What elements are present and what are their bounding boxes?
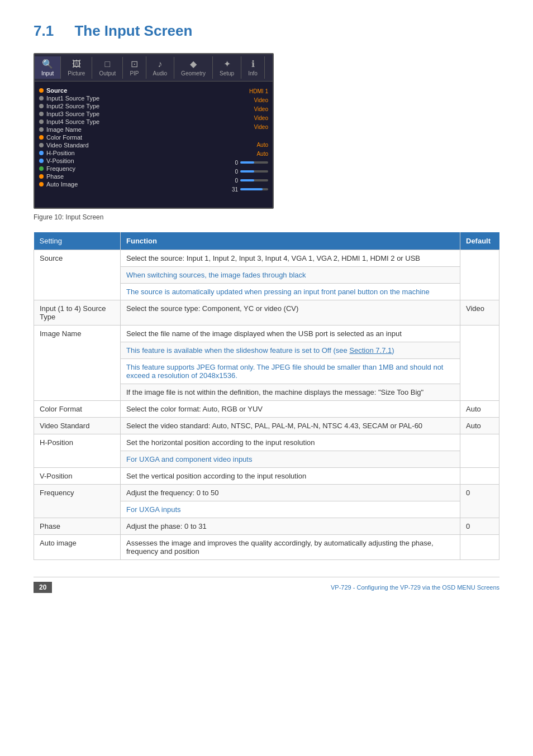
- function-text: Select the video standard: Auto, NTSC, P…: [121, 418, 460, 434]
- function-text: For UXGA and component video inputs: [121, 451, 460, 468]
- setting-name: Frequency: [34, 485, 121, 518]
- setting-name: Input (1 to 4) Source Type: [34, 300, 121, 326]
- osd-value-row-12: .: [220, 194, 268, 202]
- slider-fill: [240, 179, 254, 181]
- osd-value-row-2: Video: [220, 105, 268, 113]
- slider-bar: [240, 161, 268, 164]
- table-row: Image NameSelect the file name of the im…: [34, 326, 499, 342]
- slider-fill: [240, 161, 254, 164]
- osd-topbar: 🔍Input🖼Picture□Output⊡PIP♪Audio◆Geometry…: [35, 54, 273, 82]
- section-number: 7.1: [34, 22, 54, 39]
- osd-tab-geometry[interactable]: ◆Geometry: [174, 56, 213, 79]
- osd-tab-output[interactable]: □Output: [92, 57, 123, 79]
- slider-bar: [240, 179, 268, 181]
- setting-name: Auto image: [34, 535, 121, 560]
- tab-label: Input: [41, 70, 54, 76]
- tab-label: Audio: [153, 70, 168, 76]
- default-value: 0: [460, 518, 499, 535]
- osd-menu-item-1: Input1 Source Type: [39, 95, 218, 102]
- osd-tab-setup[interactable]: ✦Setup: [213, 56, 241, 79]
- osd-menu-item-4: Input4 Source Type: [39, 118, 218, 125]
- default-value: [460, 434, 499, 468]
- slider-fill: [240, 188, 263, 190]
- tab-label: Geometry: [181, 70, 206, 76]
- menu-item-label: Input3 Source Type: [46, 111, 99, 117]
- menu-item-label: Input2 Source Type: [46, 103, 99, 109]
- osd-tab-audio[interactable]: ♪Audio: [146, 57, 175, 79]
- menu-dot: [39, 88, 44, 93]
- setting-name: Image Name: [34, 326, 121, 401]
- menu-dot: [39, 127, 44, 132]
- menu-dot: [39, 159, 44, 163]
- osd-menu-item-5: Image Name: [39, 126, 218, 133]
- osd-menu-item-11: Phase: [39, 173, 218, 180]
- tab-icon: □: [105, 59, 111, 69]
- function-text: For UXGA inputs: [121, 501, 460, 518]
- menu-dot: [39, 182, 44, 186]
- osd-menu-item-10: Frequency: [39, 165, 218, 172]
- slider-bar: [240, 188, 268, 190]
- default-value: [460, 326, 499, 401]
- default-value: Auto: [460, 401, 499, 418]
- setting-name: Color Format: [34, 401, 121, 418]
- footer-page-number: 20: [34, 582, 52, 593]
- footer: 20 VP-729 - Configuring the VP-729 via t…: [34, 577, 499, 593]
- slider-fill: [240, 170, 254, 173]
- section-name: The Input Screen: [74, 22, 192, 39]
- col-header-default: Default: [460, 232, 499, 250]
- footer-description: VP-729 - Configuring the VP-729 via the …: [331, 584, 499, 591]
- col-header-setting: Setting: [34, 232, 121, 250]
- osd-body: SourceInput1 Source TypeInput2 Source Ty…: [35, 82, 273, 208]
- table-row: Auto imageAssesses the image and improve…: [34, 535, 499, 560]
- table-header-row: Setting Function Default: [34, 232, 499, 250]
- osd-tab-input[interactable]: 🔍Input: [35, 56, 61, 79]
- menu-dot: [39, 104, 44, 108]
- table-row: H-PositionSet the horizontal position ac…: [34, 434, 499, 451]
- setting-name: Phase: [34, 518, 121, 535]
- menu-item-label: Image Name: [46, 126, 82, 133]
- table-row: SourceSelect the source: Input 1, Input …: [34, 250, 499, 267]
- setting-value: Video: [254, 106, 268, 112]
- table-row: PhaseAdjust the phase: 0 to 310: [34, 518, 499, 535]
- menu-item-label: Color Format: [46, 134, 82, 141]
- default-value: [460, 535, 499, 560]
- tab-icon: ♪: [158, 59, 162, 69]
- osd-menu-item-6: Color Format: [39, 134, 218, 141]
- osd-value-row-3: Video: [220, 114, 268, 122]
- osd-tab-info[interactable]: ℹInfo: [241, 56, 265, 79]
- menu-dot: [39, 135, 44, 140]
- tab-label: Setup: [220, 70, 234, 76]
- menu-dot: [39, 119, 44, 124]
- osd-menu-item-9: V-Position: [39, 157, 218, 164]
- setting-value: Video: [254, 97, 268, 103]
- osd-value-row-5: .: [220, 132, 268, 140]
- section-title: 7.1 The Input Screen: [34, 22, 499, 40]
- table-row: FrequencyAdjust the frequency: 0 to 500: [34, 485, 499, 501]
- slider-bar: [240, 170, 268, 173]
- menu-dot: [39, 166, 44, 171]
- menu-item-label: H-Position: [46, 150, 75, 156]
- function-text: Select the source type: Component, YC or…: [121, 300, 460, 326]
- setting-value: Video: [254, 124, 268, 130]
- tab-icon: ℹ: [251, 59, 255, 69]
- osd-value-row-11: 31: [220, 185, 268, 193]
- tab-icon: 🖼: [72, 59, 81, 69]
- figure-caption: Figure 10: Input Screen: [34, 213, 499, 221]
- osd-value-row-0: HDMI 1: [220, 87, 268, 95]
- tab-label: Info: [248, 70, 258, 76]
- osd-value-row-6: Auto: [220, 141, 268, 149]
- section-link[interactable]: Section 7.7.1: [349, 346, 392, 355]
- tab-icon: ⊡: [131, 59, 138, 69]
- table-row: Video StandardSelect the video standard:…: [34, 418, 499, 434]
- osd-tab-picture[interactable]: 🖼Picture: [61, 57, 92, 79]
- table-body: SourceSelect the source: Input 1, Input …: [34, 250, 499, 560]
- tab-label: PIP: [130, 70, 139, 76]
- osd-tab-pip[interactable]: ⊡PIP: [123, 56, 146, 79]
- menu-item-label: Auto Image: [46, 181, 78, 188]
- menu-dot: [39, 96, 44, 101]
- default-value: [460, 250, 499, 300]
- function-text: When switching sources, the image fades …: [121, 267, 460, 284]
- function-text: Set the vertical position according to t…: [121, 468, 460, 485]
- tab-icon: ✦: [223, 59, 231, 69]
- table-row: Color FormatSelect the color format: Aut…: [34, 401, 499, 418]
